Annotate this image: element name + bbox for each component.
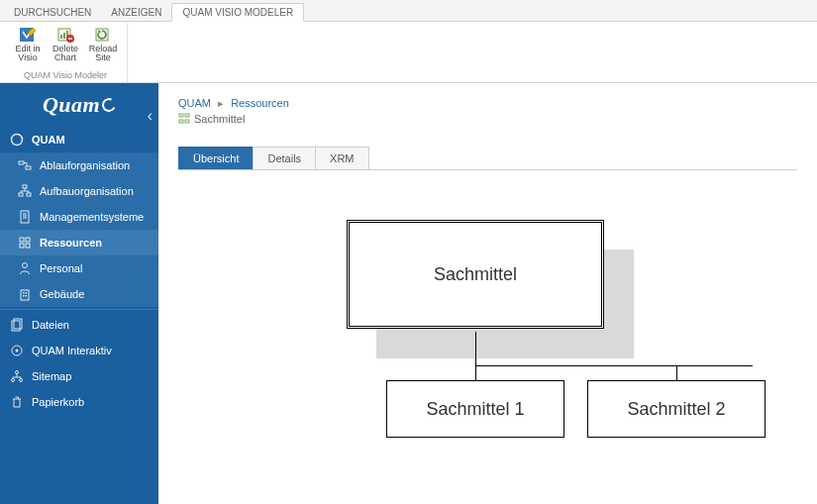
ribbon-tab-view[interactable]: ANZEIGEN — [101, 4, 171, 21]
svg-rect-21 — [23, 292, 25, 294]
person-icon — [18, 261, 32, 275]
diagram-root-node[interactable]: Sachmittel — [347, 220, 604, 329]
svg-rect-2 — [60, 35, 62, 39]
svg-rect-12 — [19, 193, 23, 196]
ribbon-tab-strip: DURCHSUCHEN ANZEIGEN QUAM VISIO MODELER — [0, 0, 817, 22]
sidebar-item-label: Sitemap — [32, 370, 71, 382]
home-icon — [10, 133, 24, 147]
connector — [475, 332, 476, 365]
resources-icon — [18, 236, 32, 250]
svg-rect-18 — [26, 244, 30, 248]
diagram-canvas: Sachmittel Sachmittel 1 Sachmittel 2 — [347, 220, 797, 457]
breadcrumb-section[interactable]: Ressourcen — [231, 97, 289, 109]
sidebar-item-gebaeude[interactable]: Gebäude — [0, 281, 158, 307]
svg-rect-35 — [185, 120, 189, 123]
trash-icon — [10, 395, 24, 409]
breadcrumb: QUAM ▸ Ressourcen — [178, 97, 797, 110]
ribbon-tab-visio[interactable]: QUAM VISIO MODELER — [171, 3, 304, 22]
page-indicator: Sachmittel — [178, 113, 797, 125]
svg-rect-32 — [179, 114, 183, 117]
sidebar-item-label: Aufbauorganisation — [40, 185, 134, 197]
ribbon-group-visio: Edit inVisio DeleteChart ReloadSite QUAM… — [4, 24, 128, 82]
svg-point-29 — [16, 371, 19, 374]
ribbon-group-label: QUAM Visio Modeler — [10, 69, 121, 82]
delete-chart-icon — [56, 26, 74, 44]
sidebar-item-label: Gebäude — [40, 288, 84, 300]
sidebar-item-ressourcen[interactable]: Ressourcen — [0, 230, 158, 255]
reload-site-button[interactable]: ReloadSite — [85, 24, 121, 69]
tab-overview[interactable]: Übersicht — [178, 147, 254, 169]
sidebar-item-quam[interactable]: QUAM — [0, 127, 158, 152]
ribbon-tab-browse[interactable]: DURCHSUCHEN — [4, 4, 101, 21]
sidebar-item-aufbau[interactable]: Aufbauorganisation — [0, 178, 158, 204]
chevron-right-icon: ▸ — [218, 97, 224, 109]
reload-site-icon — [94, 26, 112, 44]
svg-rect-15 — [20, 238, 24, 242]
svg-point-19 — [23, 263, 28, 268]
breadcrumb-root[interactable]: QUAM — [178, 97, 211, 109]
sidebar-nav: QUAM Ablauforganisation Aufbauorganisati… — [0, 127, 158, 307]
crescent-icon — [100, 96, 118, 114]
doc-icon — [18, 210, 32, 224]
sidebar-collapse-icon[interactable]: ‹ — [148, 107, 153, 125]
diagram-child-node-2[interactable]: Sachmittel 2 — [587, 380, 766, 438]
sidebar-item-label: QUAM — [32, 134, 65, 146]
org-icon — [18, 184, 32, 198]
sidebar-item-sitemap[interactable]: Sitemap — [0, 363, 158, 389]
connector — [676, 365, 677, 380]
svg-rect-13 — [27, 193, 31, 196]
svg-rect-33 — [185, 114, 189, 117]
connector — [475, 365, 476, 380]
svg-rect-23 — [23, 295, 25, 297]
interactive-icon — [10, 344, 24, 357]
sitemap-icon — [10, 369, 24, 383]
sidebar-item-trash[interactable]: Papierkorb — [0, 389, 158, 415]
svg-point-30 — [12, 379, 15, 382]
sidebar-item-label: QUAM Interaktiv — [32, 345, 112, 356]
svg-rect-14 — [21, 211, 29, 223]
svg-rect-24 — [26, 295, 28, 297]
sidebar-item-label: Personal — [40, 262, 82, 274]
sidebar-item-interaktiv[interactable]: QUAM Interaktiv — [0, 338, 158, 363]
svg-rect-22 — [26, 292, 28, 294]
files-icon — [10, 318, 24, 332]
svg-point-31 — [20, 379, 23, 382]
svg-rect-20 — [21, 290, 29, 300]
svg-rect-10 — [26, 166, 31, 169]
svg-rect-11 — [23, 185, 27, 188]
sidebar-item-personal[interactable]: Personal — [0, 255, 158, 281]
sidebar-item-label: Dateien — [32, 319, 69, 331]
page-title: Sachmittel — [194, 113, 245, 125]
ribbon-body: Edit inVisio DeleteChart ReloadSite QUAM… — [0, 22, 817, 83]
sidebar-item-mgmt[interactable]: Managementsysteme — [0, 204, 158, 230]
sidebar-item-label: Managementsysteme — [40, 211, 144, 223]
delete-chart-button[interactable]: DeleteChart — [48, 24, 83, 69]
building-icon — [18, 287, 32, 301]
svg-rect-16 — [26, 238, 30, 242]
svg-point-28 — [16, 350, 19, 353]
sidebar-item-label: Papierkorb — [32, 396, 84, 408]
edit-in-visio-button[interactable]: Edit inVisio — [10, 24, 46, 69]
svg-rect-6 — [68, 38, 72, 39]
visio-edit-icon — [19, 26, 37, 44]
tab-xrm[interactable]: XRM — [315, 147, 368, 169]
connector — [475, 365, 753, 366]
svg-rect-34 — [179, 120, 183, 123]
svg-rect-9 — [19, 161, 24, 164]
diagram-child-node-1[interactable]: Sachmittel 1 — [386, 380, 564, 438]
flow-icon — [18, 158, 32, 172]
content-tabs: Übersicht Details XRM — [178, 147, 797, 170]
content-area: QUAM ▸ Ressourcen Sachmittel Übersicht D… — [158, 83, 817, 504]
sidebar-item-label: Ablauforganisation — [40, 159, 130, 171]
sidebar-nav-secondary: Dateien QUAM Interaktiv Sitemap Papierko… — [0, 312, 158, 415]
svg-rect-17 — [20, 244, 24, 248]
sidebar-item-dateien[interactable]: Dateien — [0, 312, 158, 338]
sidebar-item-ablauf[interactable]: Ablauforganisation — [0, 152, 158, 178]
brand-logo[interactable]: Quam ‹ — [0, 83, 158, 127]
tab-details[interactable]: Details — [253, 147, 316, 169]
svg-rect-3 — [63, 33, 65, 39]
sidebar: Quam ‹ QUAM Ablauforganisation Aufbauorg… — [0, 83, 158, 504]
page-icon — [178, 113, 190, 125]
sidebar-item-label: Ressourcen — [40, 237, 102, 249]
